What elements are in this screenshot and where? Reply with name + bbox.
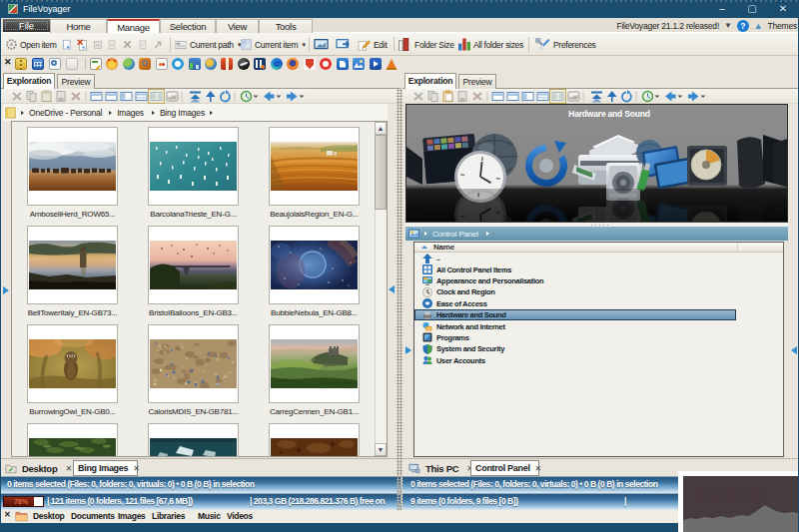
svg-text:Hardware and Sound: Hardware and Sound [568, 109, 649, 119]
